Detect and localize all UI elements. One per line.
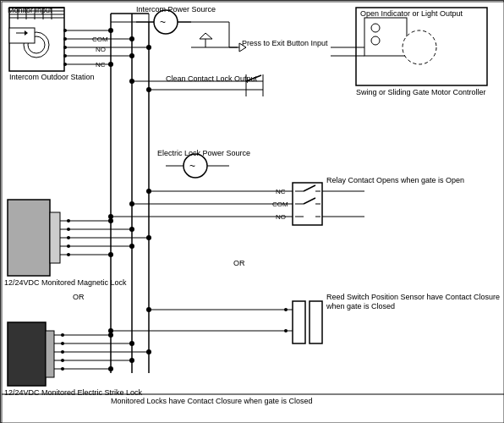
- svg-rect-23: [9, 28, 35, 43]
- svg-point-78: [129, 227, 134, 232]
- svg-point-136: [403, 30, 436, 64]
- svg-rect-61: [50, 212, 60, 263]
- svg-rect-60: [8, 200, 50, 276]
- svg-point-44: [129, 53, 134, 58]
- svg-point-80: [129, 244, 134, 249]
- svg-point-103: [108, 366, 113, 371]
- svg-rect-125: [310, 301, 322, 343]
- svg-point-112: [108, 214, 113, 219]
- svg-point-109: [129, 201, 134, 206]
- svg-text:~: ~: [189, 160, 195, 172]
- or1-label: OR: [73, 293, 85, 302]
- swing-gate-label: Swing or Sliding Gate Motor Controller: [356, 88, 486, 97]
- svg-point-100: [129, 341, 134, 346]
- svg-point-134: [371, 24, 380, 32]
- svg-point-129: [108, 328, 113, 333]
- svg-point-102: [129, 358, 134, 363]
- svg-point-43: [146, 45, 151, 50]
- svg-rect-83: [46, 331, 54, 377]
- intercom-outdoor-label: Intercom Outdoor Station: [9, 73, 95, 82]
- svg-text:NC: NC: [96, 61, 106, 69]
- svg-point-106: [146, 189, 151, 194]
- svg-point-42: [129, 36, 134, 41]
- svg-point-130: [284, 308, 288, 311]
- svg-rect-124: [293, 301, 305, 343]
- svg-rect-82: [8, 322, 46, 386]
- svg-text:~: ~: [160, 16, 166, 28]
- svg-point-128: [146, 307, 151, 312]
- electric-lock-power-label: Electric Lock Power Source: [157, 149, 250, 158]
- svg-text:NO: NO: [96, 46, 106, 53]
- svg-point-101: [146, 349, 151, 354]
- svg-text:COM: COM: [92, 36, 108, 43]
- open-indicator-label: Open Indicator or Light Output: [360, 9, 463, 19]
- svg-point-52: [146, 87, 151, 92]
- or2-label: OR: [233, 259, 245, 268]
- relay-contact-label: Relay Contact Opens when gate is Open: [326, 176, 464, 185]
- intercom-power-label: Intercom Power Source: [136, 5, 216, 14]
- svg-point-81: [108, 252, 113, 257]
- monitored-locks-label: Monitored Locks have Contact Closure whe…: [111, 397, 313, 406]
- svg-rect-133: [364, 18, 407, 56]
- monitor-input-label: Monitor Input: [8, 6, 52, 15]
- svg-point-131: [284, 329, 288, 332]
- reed-switch-label: Reed Switch Position Sensor have Contact…: [326, 293, 503, 311]
- svg-point-135: [371, 36, 380, 45]
- clean-contact-label: Clean Contact Lock Output: [166, 74, 257, 84]
- svg-point-79: [146, 235, 151, 240]
- svg-point-45: [108, 62, 113, 67]
- wiring-diagram: ~ COM NO NC: [0, 0, 504, 423]
- press-to-exit-label: Press to Exit Button Input: [242, 39, 328, 48]
- svg-point-51: [129, 79, 134, 84]
- magnetic-lock-label: 12/24VDC Monitored Magnetic Lock: [4, 278, 127, 288]
